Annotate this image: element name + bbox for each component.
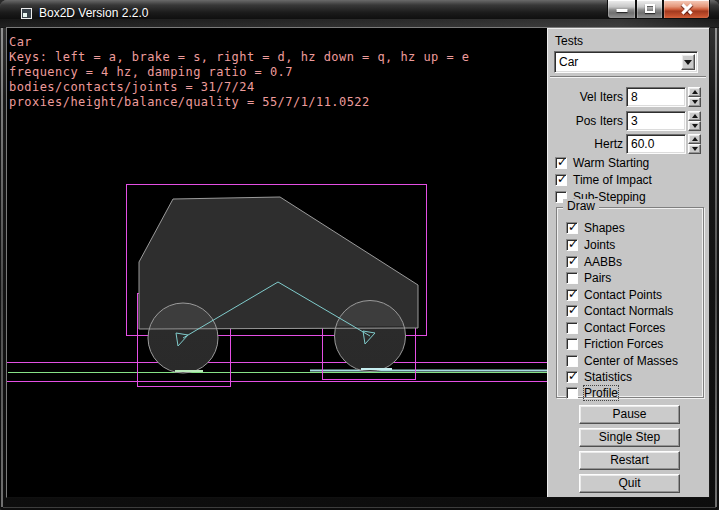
tests-dropdown-value: Car	[559, 54, 578, 70]
check-icon: ✓	[568, 287, 578, 301]
checkbox-box[interactable]	[566, 272, 578, 284]
checkbox-box[interactable]: ✓	[566, 371, 578, 383]
arrow-up-icon	[692, 90, 698, 94]
checkbox-box[interactable]	[566, 355, 578, 367]
spinner-up-button[interactable]	[688, 111, 701, 121]
separator	[550, 76, 706, 78]
checkbox-box[interactable]: ✓	[566, 305, 578, 317]
caption-buttons	[607, 0, 710, 19]
minimize-icon	[616, 9, 627, 12]
app-window: Box2D Version 2.2.0 CarKeys: left = a, b…	[0, 0, 719, 510]
window-frame-left	[1, 24, 3, 507]
chevron-down-icon	[684, 60, 692, 65]
pos-iters-stepper	[688, 111, 701, 131]
vel-iters-stepper	[688, 87, 701, 107]
checkbox-box[interactable]: ✓	[555, 157, 567, 169]
spinner-up-button[interactable]	[688, 134, 701, 144]
arrow-down-icon	[692, 124, 698, 128]
tests-label: Tests	[555, 34, 583, 48]
checkbox-label: Contact Points	[584, 288, 662, 302]
single-step-button[interactable]: Single Step	[579, 428, 680, 447]
arrow-up-icon	[692, 137, 698, 141]
checkbox-box[interactable]	[566, 338, 578, 350]
pause-button[interactable]: Pause	[579, 405, 680, 424]
check-icon: ✓	[568, 303, 578, 317]
check-icon: ✓	[568, 237, 578, 251]
pos-iters-row: Pos Iters3	[547, 111, 709, 131]
hertz-label: Hertz	[547, 134, 623, 154]
checkbox-box[interactable]	[566, 387, 578, 399]
check-icon: ✓	[568, 369, 578, 383]
pos-iters-field[interactable]: 3	[626, 111, 686, 131]
check-icon: ✓	[568, 220, 578, 234]
hertz-row: Hertz60.0	[547, 134, 709, 154]
checkbox-box[interactable]	[566, 322, 578, 334]
checkbox-label: Warm Starting	[573, 156, 649, 170]
window-title: Box2D Version 2.2.0	[39, 6, 148, 20]
checkbox-label: Profile	[584, 386, 618, 400]
maximize-button[interactable]	[636, 0, 663, 19]
check-icon: ✓	[557, 155, 567, 169]
hertz-field[interactable]: 60.0	[626, 134, 686, 154]
arrow-up-icon	[692, 114, 698, 118]
simulation-canvas[interactable]: CarKeys: left = a, brake = s, right = d,…	[7, 28, 547, 497]
spinner-up-button[interactable]	[688, 87, 701, 97]
arrow-down-icon	[692, 100, 698, 104]
app-icon	[21, 8, 32, 19]
debug-draw-layer	[7, 28, 547, 497]
pos-iters-label: Pos Iters	[547, 111, 623, 131]
window-frame-right	[715, 24, 717, 507]
vel-iters-value: 8	[631, 89, 638, 105]
checkbox-box[interactable]: ✓	[566, 222, 578, 234]
pos-iters-value: 3	[631, 113, 638, 129]
spinner-down-button[interactable]	[688, 121, 701, 131]
checkbox-label: Friction Forces	[584, 337, 663, 351]
spinner-down-button[interactable]	[688, 144, 701, 154]
checkbox-label: Pairs	[584, 271, 611, 285]
vel-iters-field[interactable]: 8	[626, 87, 686, 107]
spinner-down-button[interactable]	[688, 97, 701, 107]
arrow-down-icon	[692, 147, 698, 151]
titlebar[interactable]: Box2D Version 2.2.0	[0, 0, 719, 28]
settings-panel: Tests Car Vel Iters8Pos Iters3Hertz60.0 …	[547, 28, 709, 497]
maximize-icon	[645, 4, 655, 13]
draw-group-legend: Draw	[563, 199, 599, 214]
checkbox-box[interactable]: ✓	[555, 174, 567, 186]
checkbox-box[interactable]: ✓	[566, 289, 578, 301]
checkbox-label: Statistics	[584, 370, 632, 384]
dropdown-arrow-button[interactable]	[681, 54, 695, 70]
checkbox-label: Shapes	[584, 221, 625, 235]
checkbox-box[interactable]: ✓	[566, 256, 578, 268]
check-icon: ✓	[557, 172, 567, 186]
checkbox-label: Contact Forces	[584, 321, 665, 335]
checkbox-label: Joints	[584, 238, 615, 252]
hertz-stepper	[688, 134, 701, 154]
checkbox-label: Time of Impact	[573, 173, 652, 187]
checkbox-label: Contact Normals	[584, 304, 673, 318]
restart-button[interactable]: Restart	[579, 451, 680, 470]
tests-dropdown[interactable]: Car	[554, 51, 698, 73]
window-frame-bottom	[3, 507, 716, 508]
check-icon: ✓	[568, 254, 578, 268]
titlebar-glass-streak	[0, 19, 719, 27]
checkbox-box[interactable]: ✓	[566, 239, 578, 251]
close-button[interactable]	[663, 0, 710, 19]
minimize-button[interactable]	[607, 0, 636, 19]
quit-button[interactable]: Quit	[579, 474, 680, 493]
checkbox-label: AABBs	[584, 255, 622, 269]
hertz-value: 60.0	[631, 136, 654, 152]
checkbox-label: Center of Masses	[584, 354, 678, 368]
vel-iters-row: Vel Iters8	[547, 87, 709, 107]
vel-iters-label: Vel Iters	[547, 87, 623, 107]
client-area: CarKeys: left = a, brake = s, right = d,…	[6, 27, 710, 498]
